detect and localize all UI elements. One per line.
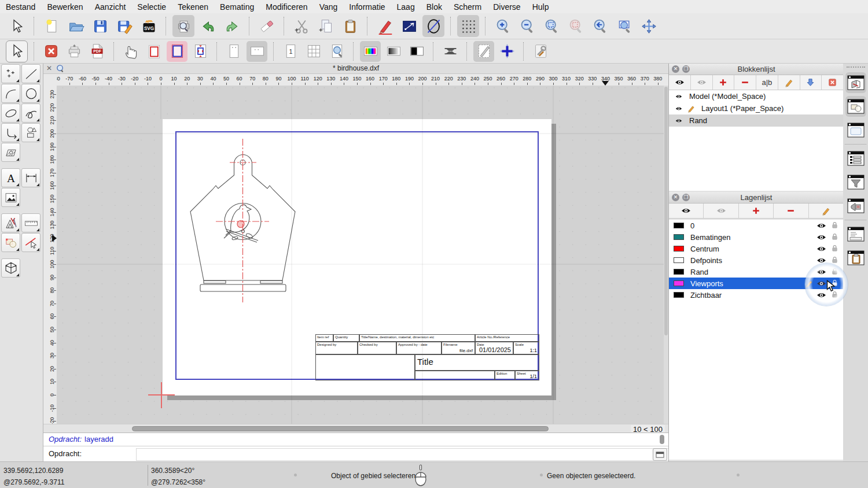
rename-block-button[interactable]: a|b bbox=[756, 75, 778, 90]
layer-visibility-eye-icon[interactable] bbox=[816, 221, 826, 231]
zoom-auto-button[interactable] bbox=[540, 15, 562, 37]
modify-shapes-tool-button[interactable] bbox=[1, 233, 20, 252]
polyline-tool-button[interactable] bbox=[1, 123, 20, 142]
preview-panel-dock-button[interactable] bbox=[845, 120, 866, 141]
drawing-canvas[interactable]: Item refQuantityTitle/Name, destination,… bbox=[57, 86, 668, 424]
menu-bewerken[interactable]: Bewerken bbox=[41, 2, 89, 12]
arc-tool-button[interactable] bbox=[1, 84, 20, 103]
delete-button[interactable] bbox=[256, 15, 278, 37]
tab-close-icon[interactable]: ✕ bbox=[46, 64, 52, 72]
property-list-dock-button[interactable] bbox=[845, 148, 866, 169]
command-detach-button[interactable] bbox=[653, 448, 667, 461]
copy-button[interactable] bbox=[315, 15, 337, 37]
select-cursor-button[interactable] bbox=[6, 15, 28, 37]
landscape-orientation-button[interactable] bbox=[247, 41, 267, 62]
layer-lock-icon[interactable] bbox=[830, 256, 839, 264]
horizontal-scrollbar[interactable]: 10 < 100 bbox=[43, 424, 668, 432]
ruler-tool-tool-button[interactable] bbox=[21, 213, 41, 232]
zoom-previous-button[interactable] bbox=[589, 15, 611, 37]
paste-button[interactable] bbox=[339, 15, 361, 37]
grid-snap-button[interactable] bbox=[457, 15, 479, 37]
layer-lock-icon[interactable] bbox=[830, 244, 839, 253]
menu-diverse[interactable]: Diverse bbox=[487, 2, 526, 12]
eye-icon[interactable] bbox=[674, 117, 683, 124]
show-crosshair-button[interactable] bbox=[496, 41, 517, 62]
menu-informatie[interactable]: Informatie bbox=[343, 2, 391, 12]
box3d-tool-button[interactable] bbox=[1, 258, 20, 278]
clipboard-dock-dock-button[interactable] bbox=[845, 247, 866, 268]
block-row-rand[interactable]: Rand bbox=[669, 114, 844, 127]
zoom-out-button[interactable] bbox=[516, 15, 538, 37]
edit-block-button[interactable] bbox=[778, 75, 800, 90]
menu-vang[interactable]: Vang bbox=[314, 2, 344, 12]
grayscale-button[interactable] bbox=[383, 41, 404, 62]
svg-export-button[interactable]: SVG bbox=[138, 15, 160, 37]
layer-row-centrum[interactable]: Centrum bbox=[669, 243, 844, 254]
select-pointer-button[interactable] bbox=[6, 40, 28, 62]
print-preview-button[interactable] bbox=[172, 15, 194, 37]
print-button[interactable] bbox=[64, 41, 84, 62]
open-file-button[interactable] bbox=[65, 15, 87, 37]
dock-drag-handle[interactable] bbox=[847, 66, 865, 68]
show-all-blocks-button[interactable] bbox=[669, 75, 691, 90]
show-all-layers-button[interactable] bbox=[669, 204, 704, 218]
text-tool-button[interactable]: A bbox=[1, 168, 20, 187]
spline-tool-button[interactable] bbox=[21, 103, 41, 123]
full-color-button[interactable] bbox=[360, 41, 381, 62]
ellipse-tool-button[interactable] bbox=[422, 15, 444, 37]
layer-lock-icon[interactable] bbox=[830, 232, 839, 241]
zoom-window-button[interactable] bbox=[613, 15, 635, 37]
block-row-model[interactable]: Model (*Model_Space) bbox=[669, 90, 844, 102]
dimension-tool-button[interactable] bbox=[21, 168, 41, 187]
zoom-pan-button[interactable] bbox=[638, 15, 660, 37]
portrait-orientation-button[interactable] bbox=[223, 41, 244, 62]
edit-layer-button[interactable] bbox=[809, 204, 844, 218]
vertical-scrollbar[interactable] bbox=[664, 86, 668, 424]
library-browser-dock-button[interactable] bbox=[845, 72, 866, 93]
ellipsetool-tool-button[interactable] bbox=[1, 103, 20, 123]
close-print-preview-button[interactable] bbox=[41, 41, 61, 62]
circletool-tool-button[interactable] bbox=[21, 84, 41, 103]
save-as-button[interactable] bbox=[113, 15, 135, 37]
command-history-scrollbar[interactable] bbox=[660, 435, 664, 444]
black-white-button[interactable] bbox=[406, 41, 427, 62]
draft-mode-button[interactable] bbox=[473, 41, 494, 62]
announcements-dock-button[interactable] bbox=[845, 195, 866, 216]
edit-pen-button[interactable] bbox=[374, 15, 396, 37]
eye-icon[interactable] bbox=[674, 93, 683, 100]
hide-all-layers-button[interactable] bbox=[704, 204, 738, 218]
add-block-button[interactable] bbox=[713, 75, 735, 90]
block-activity-dock-button[interactable] bbox=[845, 96, 866, 117]
relative-zero-button[interactable] bbox=[398, 15, 420, 37]
layer-visibility-eye-icon[interactable] bbox=[816, 244, 826, 254]
menu-bestand[interactable]: Bestand bbox=[0, 2, 41, 12]
fit-to-page-button[interactable] bbox=[190, 41, 211, 62]
command-input[interactable] bbox=[136, 448, 694, 461]
flatten-button[interactable] bbox=[440, 41, 461, 62]
menu-scherm[interactable]: Scherm bbox=[448, 2, 487, 12]
layer-row-bematingen[interactable]: Bematingen bbox=[669, 231, 844, 243]
image-tool-button[interactable] bbox=[1, 188, 20, 207]
zoom-page-button[interactable] bbox=[326, 41, 347, 62]
shapes-tool-button[interactable] bbox=[21, 123, 41, 142]
save-button[interactable] bbox=[89, 15, 111, 37]
menu-aanzicht[interactable]: Aanzicht bbox=[89, 2, 132, 12]
linetool-tool-button[interactable] bbox=[21, 64, 41, 83]
single-page-button[interactable]: 1 bbox=[280, 41, 301, 62]
menu-modificeren[interactable]: Modificeren bbox=[260, 2, 313, 12]
cad-tools-tool-button[interactable] bbox=[1, 213, 20, 232]
undo-button[interactable] bbox=[197, 15, 219, 37]
add-layer-button[interactable] bbox=[739, 204, 774, 218]
menu-laag[interactable]: Laag bbox=[391, 2, 421, 12]
paper-borders-button[interactable] bbox=[144, 41, 164, 62]
remove-layer-button[interactable] bbox=[774, 204, 808, 218]
zoom-in-button[interactable] bbox=[492, 15, 514, 37]
redo-button[interactable] bbox=[221, 15, 243, 37]
multi-pages-button[interactable] bbox=[303, 41, 324, 62]
menu-hulp[interactable]: Hulp bbox=[527, 2, 555, 12]
remove-block-button[interactable] bbox=[734, 75, 756, 90]
selection-filter-dock-button[interactable] bbox=[845, 172, 866, 193]
hide-all-blocks-button[interactable] bbox=[691, 75, 713, 90]
eye-icon[interactable] bbox=[674, 105, 683, 112]
menu-bemating[interactable]: Bemating bbox=[214, 2, 260, 12]
